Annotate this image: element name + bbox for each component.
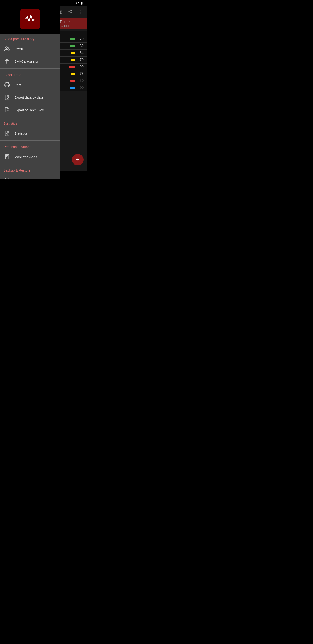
- bar-indicator: [70, 45, 75, 47]
- data-value: 59: [77, 44, 83, 48]
- data-value: 70: [77, 58, 83, 62]
- section-header-3: Recommendations: [0, 142, 60, 150]
- data-value: 80: [77, 79, 83, 83]
- menu-item-backup[interactable]: Backup & Restore: [0, 174, 60, 179]
- app-logo: [20, 9, 40, 29]
- add-button[interactable]: +: [72, 154, 83, 166]
- menu-label-backup: Backup & Restore: [14, 178, 41, 179]
- data-value: 75: [77, 72, 83, 76]
- bar-indicator: [71, 73, 75, 75]
- menu-label-statistics: Statistics: [14, 132, 28, 135]
- menu-label-more-apps: More free Apps: [14, 155, 37, 159]
- section-header-2: Statistics: [0, 118, 60, 127]
- section-header-0: Blood pressure diary: [0, 34, 60, 42]
- share-icon[interactable]: [66, 8, 74, 17]
- svg-point-0: [5, 46, 7, 48]
- bar-indicator: [71, 52, 75, 54]
- bar-indicator: [71, 59, 75, 61]
- svg-point-8: [5, 178, 9, 179]
- menu-label-export-date: Export data by date: [14, 96, 43, 99]
- bmi-icon: [3, 58, 11, 65]
- print-icon: [3, 81, 11, 88]
- app-logo-icon: [22, 14, 38, 24]
- drawer-header: [0, 0, 60, 34]
- menu-label-print: Print: [14, 83, 21, 87]
- export-excel-icon: [3, 106, 11, 113]
- bar-indicator: [70, 38, 75, 40]
- data-value: 90: [77, 86, 83, 90]
- bar-indicator: [70, 80, 75, 82]
- more-vert-icon[interactable]: ⋮: [76, 8, 84, 17]
- section-header-1: Export Data: [0, 70, 60, 78]
- bar-indicator: [70, 87, 75, 88]
- section-header-4: Backup & Restore: [0, 165, 60, 174]
- menu-label-export-excel: Export as Text/Excel: [14, 108, 45, 112]
- statistics-icon: [3, 130, 11, 137]
- bar-indicator: [69, 66, 75, 68]
- status-icons: [75, 1, 83, 5]
- divider-1: [0, 117, 60, 117]
- more-apps-icon: [3, 153, 11, 160]
- menu-item-print[interactable]: Print: [0, 78, 60, 91]
- menu-item-profile[interactable]: Profile: [0, 42, 60, 55]
- backup-icon: [3, 177, 11, 179]
- menu-label-bmi: BMI-Calaculator: [14, 60, 38, 63]
- export-date-icon: [3, 94, 11, 101]
- menu-label-profile: Profile: [14, 47, 24, 51]
- data-value: 90: [77, 65, 83, 69]
- menu-item-statistics[interactable]: Statistics: [0, 127, 60, 140]
- divider-3: [0, 164, 60, 164]
- profile-icon: [3, 45, 11, 52]
- menu-item-export-excel[interactable]: Export as Text/Excel: [0, 104, 60, 116]
- drawer: Blood pressure diary Profile BMI-Calacul…: [0, 0, 60, 179]
- menu-item-more-apps[interactable]: More free Apps: [0, 150, 60, 163]
- svg-rect-3: [6, 85, 9, 87]
- svg-point-1: [7, 59, 7, 60]
- menu-item-bmi[interactable]: BMI-Calaculator: [0, 55, 60, 68]
- signal-icon: [75, 1, 79, 5]
- data-value: 70: [77, 37, 83, 41]
- divider-2: [0, 140, 60, 141]
- battery-icon: [80, 1, 83, 5]
- data-value: 64: [77, 51, 83, 55]
- svg-rect-2: [5, 60, 9, 61]
- divider-0: [0, 68, 60, 69]
- menu-item-export-date[interactable]: Export data by date: [0, 91, 60, 104]
